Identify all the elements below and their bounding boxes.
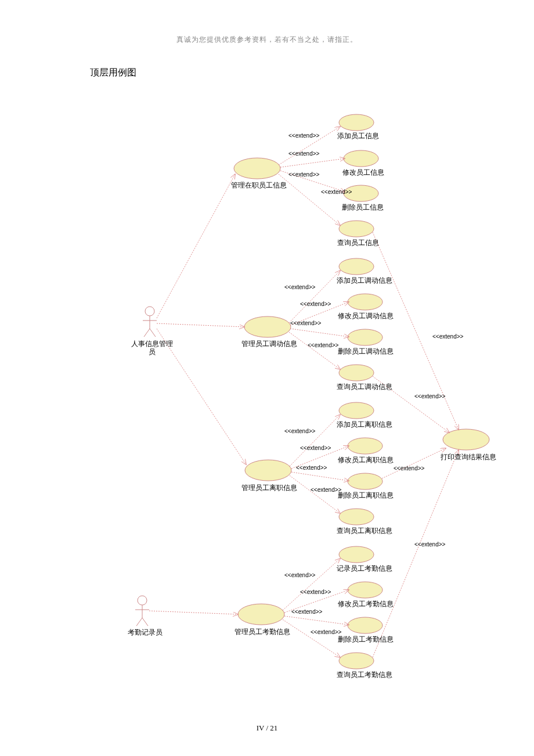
svg-point-5 — [138, 596, 147, 605]
svg-point-0 — [145, 307, 154, 316]
extend-g2-1: <<extend>> — [284, 284, 315, 290]
label-query-leave: 查询员工离职信息 — [337, 526, 392, 536]
uc-mod-transfer — [348, 294, 383, 310]
uc-mod-att — [348, 582, 383, 598]
label-add-transfer: 添加员工调动信息 — [337, 276, 392, 286]
label-del-leave: 删除员工离职信息 — [338, 491, 394, 501]
label-mod-transfer: 修改员工调动信息 — [338, 311, 394, 321]
extend-print-2: <<extend>> — [414, 393, 445, 399]
uc-manage-leave — [245, 460, 291, 481]
svg-line-30 — [373, 232, 459, 430]
extend-g3-1: <<extend>> — [284, 428, 315, 434]
svg-line-9 — [142, 618, 148, 626]
svg-line-25 — [290, 476, 340, 513]
label-del-transfer: 删除员工调动信息 — [338, 347, 394, 357]
uc-record-att — [339, 546, 374, 563]
uc-add-emp — [339, 114, 374, 131]
extend-g4-2: <<extend>> — [300, 589, 331, 595]
uc-manage-att — [238, 604, 284, 625]
extend-print-1: <<extend>> — [432, 333, 463, 340]
svg-line-15 — [280, 159, 345, 167]
uc-del-leave — [348, 473, 383, 489]
label-manage-transfer: 管理员工调动信息 — [241, 339, 297, 349]
uc-query-transfer — [339, 365, 374, 381]
extend-g4-3: <<extend>> — [291, 609, 322, 615]
extend-g1-3: <<extend>> — [288, 171, 319, 178]
label-add-leave: 添加员工离职信息 — [337, 420, 392, 430]
svg-line-20 — [290, 329, 349, 337]
extend-g1-1: <<extend>> — [288, 132, 319, 139]
uc-query-emp — [339, 221, 374, 237]
extend-g2-3: <<extend>> — [290, 320, 321, 326]
svg-line-21 — [289, 332, 340, 369]
svg-line-26 — [283, 559, 340, 610]
label-manage-leave: 管理员工离职信息 — [241, 483, 297, 493]
uc-print — [443, 429, 489, 450]
uc-mod-leave — [348, 438, 383, 454]
extend-g1-4: <<extend>> — [321, 189, 352, 195]
uc-query-leave — [339, 509, 374, 525]
svg-line-24 — [291, 472, 349, 481]
use-case-diagram — [0, 0, 534, 756]
extend-g2-4: <<extend>> — [308, 342, 338, 348]
svg-line-8 — [136, 618, 142, 626]
actor-att-icon — [135, 596, 149, 626]
actor-att-label: 考勤记录员 — [125, 628, 165, 636]
label-query-transfer: 查询员工调动信息 — [337, 382, 392, 392]
uc-del-transfer — [348, 329, 383, 345]
uc-manage-emp — [234, 158, 280, 179]
uc-query-att — [339, 653, 374, 669]
label-del-emp: 删除员工信息 — [342, 203, 384, 213]
label-mod-leave: 修改员工离职信息 — [338, 455, 394, 465]
svg-line-10 — [157, 174, 235, 318]
extend-g4-4: <<extend>> — [311, 629, 341, 635]
svg-line-29 — [283, 620, 340, 657]
label-query-att: 查询员工考勤信息 — [337, 670, 392, 680]
extend-g3-4: <<extend>> — [311, 487, 341, 493]
label-manage-emp: 管理在职员工信息 — [231, 181, 287, 190]
extend-g2-2: <<extend>> — [300, 301, 331, 307]
label-query-emp: 查询员工信息 — [337, 238, 379, 248]
extend-g1-2: <<extend>> — [288, 150, 319, 157]
svg-line-3 — [144, 329, 150, 337]
extend-print-4: <<extend>> — [414, 541, 445, 548]
uc-mod-emp — [344, 150, 378, 167]
label-add-emp: 添加员工信息 — [337, 131, 379, 141]
label-record-att: 记录员工考勤信息 — [337, 564, 392, 574]
svg-line-13 — [149, 611, 238, 614]
extend-g4-1: <<extend>> — [284, 572, 315, 578]
uc-add-leave — [339, 402, 374, 419]
svg-line-11 — [157, 323, 244, 327]
extend-g3-3: <<extend>> — [296, 465, 327, 471]
svg-line-22 — [290, 415, 340, 466]
svg-line-17 — [279, 174, 340, 225]
uc-del-att — [348, 617, 383, 633]
label-print: 打印查询结果信息 — [441, 452, 496, 462]
svg-line-28 — [284, 616, 349, 625]
label-mod-emp: 修改员工信息 — [342, 168, 384, 178]
label-mod-att: 修改员工考勤信息 — [338, 599, 394, 609]
uc-add-transfer — [339, 258, 374, 275]
label-manage-att: 管理员工考勤信息 — [234, 627, 290, 637]
svg-line-4 — [150, 329, 156, 337]
actor-hr-label: 人事信息管理员 — [129, 340, 175, 357]
label-del-att: 删除员工考勤信息 — [338, 635, 394, 645]
extend-print-3: <<extend>> — [394, 465, 424, 471]
actor-hr-icon — [143, 307, 157, 337]
uc-manage-transfer — [244, 316, 291, 337]
svg-line-33 — [373, 450, 459, 657]
extend-g3-2: <<extend>> — [300, 445, 331, 451]
svg-line-18 — [289, 271, 340, 323]
